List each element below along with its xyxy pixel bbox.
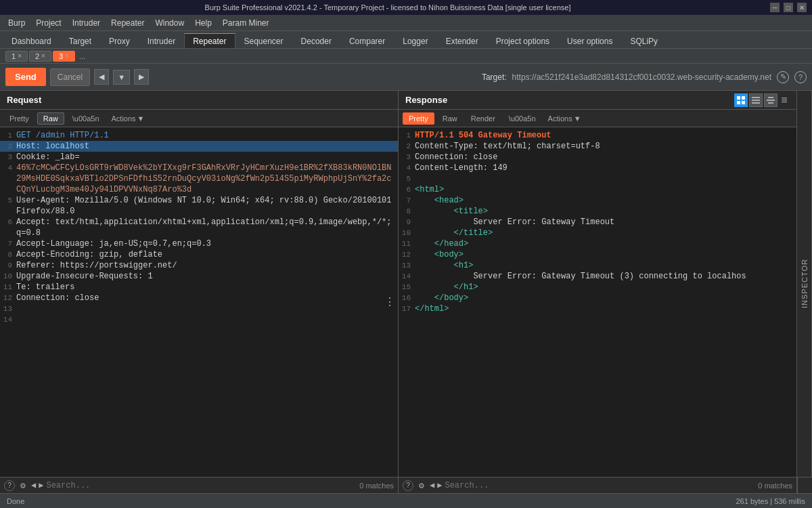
response-tab-render[interactable]: Render [466,113,501,124]
request-search-matches: 0 matches [359,482,394,490]
view-list-button[interactable] [749,93,763,107]
more-tabs[interactable]: ... [76,52,88,60]
response-search-prev-button[interactable]: ◀ [430,480,434,490]
response-line-6: 6 <html> [399,184,796,195]
tab-sequencer[interactable]: Sequencer [235,33,292,48]
inspector-panel[interactable]: INSPECTOR [797,91,812,477]
tab-extender[interactable]: Extender [437,33,487,48]
top-tabs: Dashboard Target Proxy Intruder Repeater… [0,31,812,49]
request-panel-header: Request [0,91,398,110]
nav-forward-button[interactable]: ▶ [134,69,149,85]
response-line-12: 12 <body> [399,249,796,260]
request-dots-menu[interactable]: ⋮ [384,295,395,309]
tab-dashboard[interactable]: Dashboard [3,33,60,48]
request-line-3: 3 Cookie: _lab= [0,152,398,163]
response-line-14: 14 Server Error: Gateway Timeout (3) con… [399,271,796,282]
tab-user-options[interactable]: User options [558,33,621,48]
inspector-search-spacer [797,478,812,493]
response-line-13: 13 <h1> [399,260,796,271]
status-left: Done [7,497,24,505]
svg-rect-6 [752,102,760,104]
close-tab-1[interactable]: × [18,52,22,60]
menu-burp[interactable]: Burp [3,15,30,30]
response-menu-button[interactable]: ≡ [779,93,790,107]
request-line-12: 12 Connection: close [0,293,398,303]
request-search-prev-button[interactable]: ◀ [31,480,36,490]
response-actions-button[interactable]: Actions ▼ [544,113,585,124]
send-button[interactable]: Send [5,68,46,86]
response-search-next-button[interactable]: ▶ [437,480,442,490]
sub-tab-3[interactable]: 3 × [53,51,75,62]
request-code-area[interactable]: 1 GET /admin HTTP/1.1 2 Host: localhost … [0,127,398,477]
tab-repeater[interactable]: Repeater [184,33,235,48]
tab-project-options[interactable]: Project options [487,33,558,48]
request-line-5: 5 User-Agent: Mozilla/5.0 (Windows NT 10… [0,195,398,217]
response-line-4: 4 Content-Length: 149 [399,163,796,173]
cancel-button[interactable]: Cancel [50,68,90,86]
title-text: Burp Suite Professional v2021.4.2 - Temp… [5,3,770,12]
svg-rect-4 [752,97,760,98]
tab-comparer[interactable]: Comparer [340,33,394,48]
nav-dropdown-button[interactable]: ▼ [113,70,130,85]
menu-intruder[interactable]: Intruder [67,15,106,30]
request-tab-pretty[interactable]: Pretty [4,113,35,124]
response-line-10: 10 </title> [399,228,796,238]
tab-decoder[interactable]: Decoder [292,33,340,48]
response-search-input[interactable] [445,481,755,490]
response-line-15: 15 </h1> [399,282,796,293]
view-grid-button[interactable] [734,93,748,107]
svg-rect-7 [768,97,773,98]
response-panel: Response ≡ [399,91,797,477]
close-button[interactable]: ✕ [797,3,807,12]
response-search-help-button[interactable]: ? [403,480,413,491]
edit-target-button[interactable]: ✎ [777,71,789,83]
main-content: Request Pretty Raw \u00a5n Actions ▼ 1 G… [0,91,812,477]
tab-target[interactable]: Target [60,33,100,48]
menu-project[interactable]: Project [30,15,66,30]
response-line-5: 5 [399,173,796,184]
close-tab-3[interactable]: × [65,52,69,60]
menu-window[interactable]: Window [150,15,189,30]
request-line-11: 11 Te: trailers [0,282,398,293]
request-tab-yn[interactable]: \u00a5n [67,113,105,124]
request-search-help-button[interactable]: ? [4,480,15,491]
sub-tab-1[interactable]: 1 × [5,51,28,62]
menu-repeater[interactable]: Repeater [106,15,150,30]
response-search-gear-button[interactable]: ⚙ [416,480,427,491]
request-search-input[interactable] [46,481,357,490]
response-tab-yn[interactable]: \u00a5n [503,113,541,124]
help-button[interactable]: ? [794,71,807,83]
close-tab-2[interactable]: × [41,52,45,60]
request-actions-button[interactable]: Actions ▼ [108,113,149,124]
response-code-area[interactable]: 1 HTTP/1.1 504 Gateway Timeout 2 Content… [399,127,796,477]
minimize-button[interactable]: ─ [770,3,780,12]
view-text-button[interactable] [764,93,777,107]
tab-intruder[interactable]: Intruder [139,33,184,48]
maximize-button[interactable]: □ [784,3,793,12]
menu-param-miner[interactable]: Param Miner [217,15,275,30]
target-url: https://ac521f241e3ad82d814312cf001c0032… [512,72,771,82]
request-tab-raw[interactable]: Raw [37,112,64,125]
title-bar: Burp Suite Professional v2021.4.2 - Temp… [0,0,812,15]
view-toggles: ≡ [734,93,790,107]
request-search-gear-button[interactable]: ⚙ [18,480,28,491]
request-line-7: 7 Accept-Language: ja,en-US;q=0.7,en;q=0… [0,238,398,249]
response-tab-raw[interactable]: Raw [437,113,463,124]
request-search-bar: ? ⚙ ◀ ▶ 0 matches [0,478,399,493]
request-line-2: 2 Host: localhost [0,141,398,152]
sub-tab-2[interactable]: 2 × [29,51,51,62]
sub-tabs: 1 × 2 × 3 × ... [0,49,812,64]
response-line-2: 2 Content-Type: text/html; charset=utf-8 [399,141,796,152]
target-label: Target: [482,72,507,82]
menu-help[interactable]: Help [189,15,217,30]
target-info: Target: https://ac521f241e3ad82d814312cf… [482,71,807,83]
tab-logger[interactable]: Logger [394,33,436,48]
nav-back-button[interactable]: ◀ [94,69,109,85]
svg-rect-1 [742,96,745,100]
request-search-next-button[interactable]: ▶ [39,480,43,490]
request-line-1: 1 GET /admin HTTP/1.1 [0,130,398,141]
response-tab-pretty[interactable]: Pretty [403,112,434,125]
svg-rect-0 [737,96,740,100]
tab-sqlipy[interactable]: SQLiPy [621,33,667,48]
tab-proxy[interactable]: Proxy [100,33,139,48]
